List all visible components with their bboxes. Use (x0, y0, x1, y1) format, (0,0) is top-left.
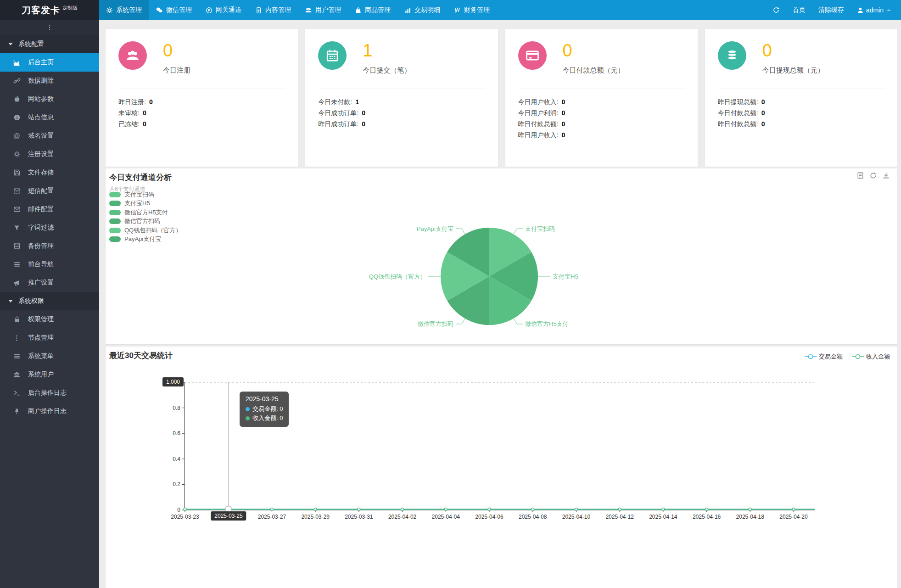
nav-goods-management[interactable]: 商品管理 (348, 0, 397, 20)
item-label: 网站参数 (28, 95, 54, 103)
sidebar-item-system-menu[interactable]: 系统菜单 (0, 347, 99, 365)
stat-label: 今日注册 (163, 66, 190, 75)
clear-cache-link[interactable]: 清除缓存 (818, 6, 844, 14)
x-tick-label: 2025-04-20 (779, 514, 808, 520)
main-content: 0 今日注册 昨日注册:0 未审核:0 已冻结:0 1 今日提交（笔） (99, 20, 901, 588)
data-point-marker[interactable] (749, 508, 751, 511)
item-label: 后台主页 (28, 58, 54, 67)
item-label: 前台导航 (28, 260, 54, 269)
sidebar-collapse-toggle[interactable] (0, 20, 99, 35)
app-title: 刀客发卡 (22, 4, 60, 17)
stat-row: 未审核:0 (118, 107, 285, 118)
caret-down-icon (8, 300, 13, 302)
sidebar-item-backup[interactable]: 备份管理 (0, 237, 99, 255)
home-link[interactable]: 首页 (793, 6, 806, 14)
sidebar-item-merchant-log[interactable]: 商户操作日志 (0, 402, 99, 420)
y-axis-max-badge: 1.000 (162, 377, 184, 386)
item-label: 权限管理 (28, 315, 54, 324)
ellipsis-v-icon (13, 334, 21, 342)
sidebar-item-register-settings[interactable]: 注册设置 (0, 145, 99, 163)
item-label: 邮件配置 (28, 205, 54, 213)
nav-label: 交易明细 (414, 6, 440, 14)
stat-card-withdraw: 0 今日提现总额（元） 昨日提现总额:0 今日付款总额:0 昨日付款总额:0 (705, 29, 897, 167)
nav-wechat-management[interactable]: 微信管理 (149, 0, 199, 20)
sidebar-item-file-storage[interactable]: 文件存储 (0, 163, 99, 182)
sidebar-section-system-config[interactable]: 系统配置 (0, 35, 99, 53)
stat-value: 0 (762, 41, 824, 60)
sidebar-item-word-filter[interactable]: 字词过滤 (0, 218, 99, 237)
sidebar-item-front-nav[interactable]: 前台导航 (0, 255, 99, 274)
sidebar-item-site-info[interactable]: 站点信息 (0, 108, 99, 127)
stat-row: 已冻结:0 (118, 118, 285, 129)
stat-card-orders: 1 今日提交（笔） 今日未付款:1 今日成功订单:0 昨日成功订单:0 (305, 29, 498, 167)
stat-label: 今日付款总额（元） (563, 66, 625, 75)
sidebar-item-promotion[interactable]: 推广设置 (0, 274, 99, 292)
nav-finance-management[interactable]: 财务管理 (447, 0, 497, 20)
users-icon (305, 6, 312, 14)
data-point-marker[interactable] (184, 508, 186, 511)
pie-label-line (514, 229, 523, 234)
nav-label: 用户管理 (315, 6, 341, 14)
sidebar-section-system-auth[interactable]: 系统权限 (0, 292, 99, 310)
at-icon (13, 132, 21, 140)
data-point-marker[interactable] (270, 508, 273, 511)
user-menu[interactable]: admin (857, 6, 892, 14)
stat-row: 今日用户收入:0 (518, 96, 685, 107)
pie-label: PayApi支付宝 (417, 225, 453, 232)
data-point-marker[interactable] (444, 508, 447, 511)
person-icon (857, 7, 864, 14)
sidebar-item-system-users[interactable]: 系统用户 (0, 365, 99, 384)
stat-row: 昨日付款总额:0 (518, 118, 685, 129)
pin-icon (13, 408, 21, 415)
nav-gateway-channel[interactable]: 网关通道 (199, 0, 248, 20)
data-point-marker[interactable] (792, 508, 795, 511)
data-point-marker[interactable] (314, 508, 317, 511)
x-tick-label: 2025-04-18 (736, 514, 765, 520)
top-right-menu: 首页 清除缓存 admin (772, 0, 901, 20)
finance-icon (454, 7, 461, 14)
item-label: 系统用户 (28, 370, 54, 379)
item-label: 节点管理 (28, 334, 54, 342)
chevron-up-icon (886, 7, 892, 13)
x-tick-label: 2025-04-10 (562, 514, 591, 520)
sidebar-item-node-management[interactable]: 节点管理 (0, 329, 99, 347)
stat-card-payment: 0 今日付款总额（元） 今日用户收入:0 今日用户利润:0 昨日付款总额:0 昨… (505, 29, 698, 167)
sidebar-item-mail-config[interactable]: 邮件配置 (0, 200, 99, 218)
users-icon (118, 41, 147, 70)
line-chart: 00.20.40.60.82025-03-232025-03-272025-03… (106, 347, 897, 588)
wechat-icon (156, 6, 163, 14)
data-point-marker[interactable] (488, 508, 491, 511)
data-point-marker[interactable] (532, 508, 534, 511)
nav-system-management[interactable]: 系统管理 (99, 0, 149, 20)
sidebar-item-sms-config[interactable]: 短信配置 (0, 182, 99, 200)
x-tick-label: 2025-03-27 (258, 514, 286, 520)
y-tick-label: 0.8 (173, 405, 180, 411)
sidebar-item-domain-settings[interactable]: 域名设置 (0, 127, 99, 145)
data-point-marker[interactable] (705, 508, 708, 511)
divider (318, 89, 485, 89)
data-point-marker[interactable] (575, 508, 577, 511)
shopping-bag-icon (355, 7, 362, 14)
item-label: 字词过滤 (28, 224, 54, 232)
credit-card-icon (518, 41, 547, 70)
stat-row: 昨日用户收入:0 (518, 129, 685, 140)
sidebar-item-admin-log[interactable]: 后台操作日志 (0, 384, 99, 402)
sidebar-item-data-delete[interactable]: 数据删除 (0, 72, 99, 90)
data-point-marker[interactable] (358, 508, 360, 511)
save-icon (13, 169, 21, 177)
item-label: 短信配置 (28, 187, 54, 195)
sidebar-item-site-params[interactable]: 网站参数 (0, 90, 99, 108)
data-point-marker[interactable] (401, 508, 404, 511)
refresh-button[interactable] (772, 6, 780, 14)
nav-user-management[interactable]: 用户管理 (298, 0, 348, 20)
sidebar-item-auth-management[interactable]: 权限管理 (0, 310, 99, 329)
sidebar-item-dashboard[interactable]: 后台主页 (0, 53, 99, 72)
nav-content-management[interactable]: 内容管理 (248, 0, 298, 20)
divider (118, 89, 285, 89)
data-point-marker[interactable] (618, 508, 621, 511)
nav-label: 内容管理 (265, 6, 291, 14)
nav-trade-detail[interactable]: 交易明细 (397, 0, 447, 20)
x-tick-label: 2025-03-29 (301, 514, 330, 520)
stat-label: 今日提交（笔） (363, 66, 411, 75)
data-point-marker[interactable] (662, 508, 665, 511)
